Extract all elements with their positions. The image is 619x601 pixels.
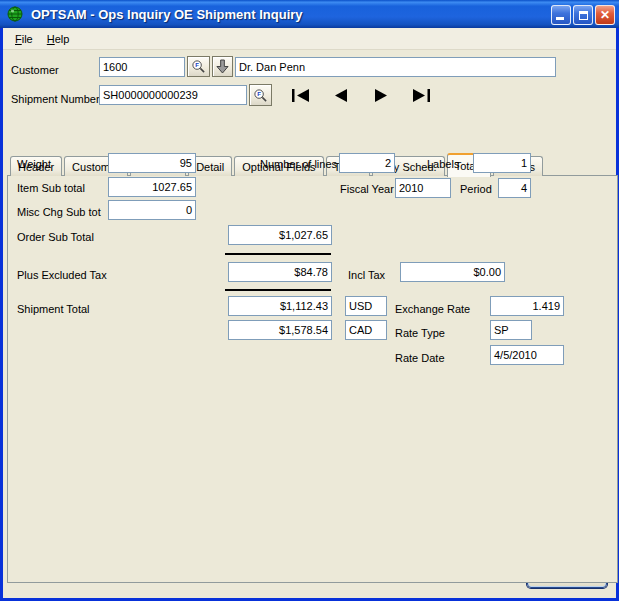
nav-last-icon [411, 89, 431, 102]
shipment-finder-button[interactable]: F [249, 84, 272, 106]
home-currency-field[interactable]: CAD [345, 320, 387, 340]
plus-excluded-tax-field[interactable]: $84.78 [228, 262, 332, 282]
shipment-total-source-field[interactable]: $1,112.43 [228, 296, 332, 316]
customer-finder-button[interactable]: F [187, 56, 210, 77]
incl-tax-label: Incl Tax [348, 269, 385, 281]
svg-text:F: F [195, 61, 199, 68]
shipment-number-label: Shipment Number [11, 93, 100, 105]
rate-date-label: Rate Date [395, 352, 445, 364]
order-sub-total-field[interactable]: $1,027.65 [228, 225, 332, 245]
rate-date-field[interactable]: 4/5/2010 [490, 345, 564, 365]
nav-next-button[interactable] [369, 88, 393, 102]
weight-label: Weight [17, 158, 51, 170]
item-sub-total-label: Item Sub total [17, 182, 85, 194]
subtotal-rule-bottom [225, 289, 331, 291]
plus-excluded-tax-label: Plus Excluded Tax [17, 269, 107, 281]
labels-label: Labels [427, 158, 459, 170]
item-sub-total-field[interactable]: 1027.65 [108, 177, 196, 197]
source-currency-field[interactable]: USD [345, 296, 387, 316]
exchange-rate-field[interactable]: 1.419 [490, 296, 564, 316]
customer-name-field[interactable]: Dr. Dan Penn [235, 57, 556, 77]
finder-magnifier-icon: F [191, 59, 206, 74]
app-globe-icon [7, 5, 25, 23]
number-of-lines-field[interactable]: 2 [339, 153, 395, 173]
window-title: OPTSAM - Ops Inquiry OE Shipment Inquiry [31, 7, 303, 22]
maximize-button[interactable] [573, 5, 593, 25]
menu-bar: File Help [3, 28, 616, 50]
misc-chg-sub-tot-label: Misc Chg Sub tot [17, 206, 101, 218]
maximize-icon [579, 11, 588, 20]
shipment-number-field[interactable]: SH0000000000239 [99, 85, 247, 105]
fiscal-year-field[interactable]: 2010 [395, 178, 451, 198]
period-field[interactable]: 4 [498, 178, 531, 198]
nav-last-button[interactable] [409, 88, 433, 102]
finder-magnifier-icon: F [253, 88, 268, 103]
application-window: OPTSAM - Ops Inquiry OE Shipment Inquiry… [0, 0, 619, 601]
title-bar[interactable]: OPTSAM - Ops Inquiry OE Shipment Inquiry… [0, 0, 619, 28]
number-of-lines-label: Number of lines [260, 158, 337, 170]
nav-previous-button[interactable] [329, 88, 353, 102]
nav-previous-icon [333, 89, 349, 102]
close-window-button[interactable]: ✕ [595, 5, 615, 25]
customer-label: Customer [11, 64, 59, 76]
down-arrow-icon [216, 59, 229, 74]
incl-tax-field[interactable]: $0.00 [400, 262, 505, 282]
window-body: File Help Customer 1600 F Dr. Dan Penn S… [3, 28, 616, 598]
minimize-button[interactable] [551, 5, 571, 25]
fiscal-year-label: Fiscal Year [340, 183, 394, 195]
record-navigator [289, 88, 433, 102]
svg-text:F: F [257, 90, 261, 97]
menu-file[interactable]: File [8, 30, 40, 48]
nav-first-button[interactable] [289, 88, 313, 102]
misc-chg-sub-tot-field[interactable]: 0 [108, 200, 196, 220]
menu-help[interactable]: Help [40, 30, 77, 48]
period-label: Period [460, 183, 492, 195]
customer-code-field[interactable]: 1600 [99, 57, 185, 77]
nav-next-icon [373, 89, 389, 102]
close-icon: ✕ [600, 9, 610, 21]
shipment-total-label: Shipment Total [17, 303, 90, 315]
subtotal-rule-top [225, 253, 331, 255]
labels-field[interactable]: 1 [473, 153, 531, 173]
weight-field[interactable]: 95 [108, 153, 196, 173]
exchange-rate-label: Exchange Rate [395, 303, 470, 315]
shipment-total-home-field[interactable]: $1,578.54 [228, 320, 332, 340]
rate-type-label: Rate Type [395, 327, 445, 339]
rate-type-field[interactable]: SP [490, 320, 532, 340]
nav-first-icon [291, 89, 311, 102]
order-sub-total-label: Order Sub Total [17, 231, 94, 243]
minimize-icon [556, 17, 564, 20]
customer-drilldown-button[interactable] [212, 56, 233, 77]
